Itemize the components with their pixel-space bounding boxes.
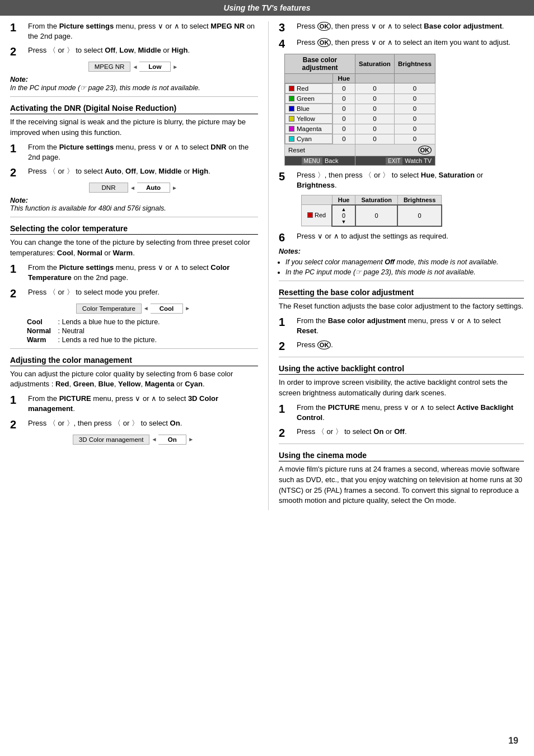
right-column: 3 Press OK, then press ∨ or ∧ to select … [269, 21, 534, 510]
left-arrow-icon: ◄ [149, 436, 158, 442]
step-2-bl: 2 Press 〈 or 〉 to select On or Off. [279, 427, 524, 439]
color-cell: Yellow [285, 114, 332, 124]
ct-cool-row: Cool : Lends a blue hue to the picture. [27, 318, 258, 326]
step-1-bl: 1 From the PICTURE menu, press ∨ or ∧ to… [279, 403, 524, 423]
note-mpeg: Note: In the PC input mode (☞ page 23), … [10, 76, 258, 92]
section-title-cinema: Using the cinema mode [279, 451, 524, 461]
bar-label: DNR [89, 183, 128, 193]
bar-value: Cool [151, 304, 184, 314]
step-number: 2 [279, 340, 294, 352]
step-2-dnr: 2 Press 〈 or 〉 to select Auto, Off, Low,… [10, 166, 258, 179]
backlight-body: In order to improve screen visibility, t… [279, 377, 524, 399]
bri-val: 0 [394, 94, 435, 104]
bca-table-row: Red 0 0 0 [285, 83, 435, 94]
right-arrow-icon: ► [186, 436, 195, 442]
color-cell: Cyan [285, 134, 332, 144]
step-number: 1 [10, 263, 26, 275]
step-number: 2 [10, 166, 26, 179]
header-title: Using the TV's features [223, 3, 310, 12]
hue-val: 0 [332, 124, 355, 134]
bca-brightness-header: Brightness [394, 54, 435, 74]
bca-table-row: Green 0 0 0 [285, 94, 435, 104]
divider [279, 281, 524, 281]
color-swatch [289, 136, 294, 142]
step-text: Press 〈 or 〉 to select Auto, Off, Low, M… [28, 166, 258, 176]
step-1-ct: 1 From the Picture settings menu, press … [10, 263, 258, 283]
hue-row: Red ▲ 0 ▼ 0 0 [302, 205, 442, 226]
color-mgmt-bar: 3D Color management ◄ On ► [10, 435, 258, 445]
bca-table-row: Magenta 0 0 0 [285, 124, 435, 134]
bri-header: Brightness [397, 195, 441, 205]
divider [10, 348, 258, 349]
step-number: 2 [10, 45, 26, 58]
step-number: 1 [279, 316, 294, 328]
reset-body: The Reset function adjusts the base colo… [279, 301, 524, 312]
hue-val: 0 [332, 104, 355, 114]
step-text: Press 〈 or 〉 to select Off, Low, Middle … [28, 45, 258, 55]
right-arrow-icon: ► [171, 64, 180, 70]
ct-warm-row: Warm : Lends a red hue to the picture. [27, 336, 258, 344]
step-text: From the Picture settings menu, press ∨ … [28, 21, 258, 41]
step-text: Press OK, then press ∨ or ∧ to select an… [297, 38, 524, 48]
step-2-reset: 2 Press OK. [279, 340, 524, 352]
bri-val: 0 [394, 134, 435, 144]
step-6-bca: 6 Press ∨ or ∧ to adjust the settings as… [279, 231, 524, 244]
ok-icon: OK [418, 146, 432, 155]
step-5-bca: 5 Press 〉, then press 〈 or 〉 to select H… [279, 170, 524, 190]
mpeg-nr-bar: MPEG NR ◄ Low ► [10, 62, 258, 72]
bca-color-header [285, 74, 333, 83]
ct-normal-desc: : Neutral [58, 327, 84, 335]
color-temp-bar: Color Temperature ◄ Cool ► [10, 304, 258, 314]
left-arrow-icon: ◄ [130, 64, 139, 70]
red-swatch [307, 212, 313, 218]
hue-val: 0 [332, 114, 355, 124]
bca-saturation-header: Saturation [355, 54, 395, 74]
note-title: Note: [10, 76, 258, 83]
step-number: 1 [279, 403, 294, 415]
ok-button-icon: OK [317, 38, 331, 47]
color-swatch [289, 116, 294, 122]
color-temp-legend: Cool : Lends a blue hue to the picture. … [27, 318, 258, 344]
left-arrow-icon: ◄ [142, 305, 151, 311]
divider [279, 444, 524, 444]
step-text: Press 〈 or 〉 to select mode you prefer. [28, 287, 258, 297]
menu-back-label: MENUBack [285, 156, 355, 166]
ct-normal-row: Normal : Neutral [27, 327, 258, 335]
bri-val: 0 [394, 104, 435, 114]
step-number: 1 [10, 21, 26, 34]
note-title: Note: [10, 197, 258, 204]
step-text: Press ∨ or ∧ to adjust the settings as r… [297, 231, 524, 241]
step-number: 5 [279, 170, 294, 183]
step-text: Press OK. [297, 340, 524, 350]
step-text: From the Picture settings menu, press ∨ … [28, 142, 258, 162]
note-text: In the PC input mode (☞ page 23), this m… [10, 83, 258, 92]
color-swatch [289, 86, 294, 91]
bca-table-row: Yellow 0 0 0 [285, 114, 435, 124]
ok-button-icon: OK [317, 340, 331, 349]
step-number: 2 [10, 418, 26, 431]
bar-value: Low [139, 62, 171, 72]
bri-val: 0 [397, 205, 441, 226]
note-dnr: Note: This function is available for 480… [10, 197, 258, 212]
hue-table-container: Hue Saturation Brightness Red [290, 195, 518, 227]
step-number: 3 [279, 21, 294, 34]
color-temp-body: You can change the tone of the picture b… [10, 237, 258, 259]
sat-val: 0 [355, 104, 395, 114]
divider [10, 217, 258, 217]
step-1-mpeg: 1 From the Picture settings menu, press … [10, 21, 258, 41]
divider [279, 357, 524, 357]
bca-table-row: Cyan 0 0 0 [285, 134, 435, 144]
note-item: If you select color management Off mode,… [285, 258, 524, 266]
section-title-color-temp: Selecting the color temperature [10, 224, 258, 235]
step-number: 2 [279, 427, 294, 439]
section-title-color-mgmt: Adjusting the color management [10, 356, 258, 366]
color-swatch [289, 96, 294, 101]
page-header: Using the TV's features [0, 0, 534, 16]
page-number: 19 [508, 736, 518, 746]
step-text: From the Picture settings menu, press ∨ … [28, 263, 258, 283]
section-title-reset: Resetting the base color adjustment [279, 288, 524, 298]
color-cell: Red [285, 83, 332, 94]
cinema-body: A movie film's picture runs at 24 frames… [279, 464, 524, 506]
page: Using the TV's features 1 From the Pictu… [0, 0, 534, 756]
step-text: Press 〈 or 〉, then press 〈 or 〉 to selec… [28, 418, 258, 428]
